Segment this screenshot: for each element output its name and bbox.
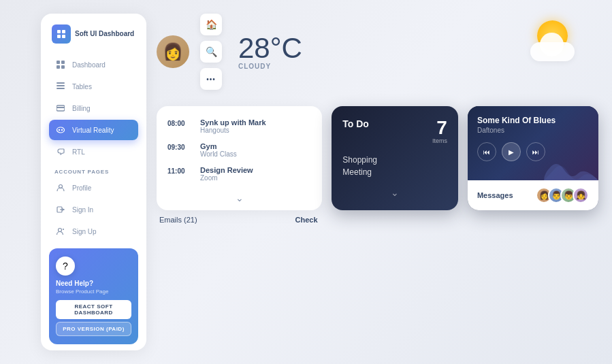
- schedule-item-3: 11:00 Design Review Zoom: [167, 166, 311, 182]
- react-soft-dashboard-button[interactable]: REACT SOFT DASHBOARD: [56, 300, 131, 319]
- signup-icon: [54, 225, 67, 237]
- sun-cloud-icon: [530, 20, 585, 61]
- todo-count-section: 7 Items: [432, 118, 447, 144]
- sidebar-label-dashboard: Dashboard: [72, 61, 106, 69]
- sidebar-item-vr[interactable]: Virtual Reality: [49, 120, 138, 140]
- svg-point-19: [59, 229, 62, 232]
- todo-item-shopping: Shopping: [342, 155, 447, 165]
- message-avatars: 👩 👨 👦 👧: [536, 187, 589, 203]
- bottom-row: Emails (21) Check: [157, 216, 598, 224]
- schedule-card: 08:00 Synk up with Mark Hangouts 09:30 G…: [157, 106, 322, 210]
- music-messages-section: Messages 👩 👨 👦 👧: [468, 180, 598, 210]
- schedule-time-3: 11:00: [167, 166, 192, 182]
- email-label: Emails (21): [159, 216, 197, 224]
- user-avatar: 👩: [157, 35, 189, 68]
- svg-point-15: [61, 129, 63, 131]
- schedule-location-1: Hangouts: [200, 127, 266, 134]
- sidebar-label-signup: Sign Up: [72, 228, 97, 235]
- todo-item-meeting: Meeting: [342, 167, 447, 177]
- sidebar-help-card: ? Need Help? Browse Product Page REACT S…: [49, 248, 138, 344]
- logo-text: Soft UI Dashboard: [75, 30, 134, 38]
- sidebar-label-rtl: RTL: [72, 148, 85, 156]
- messages-label: Messages: [477, 191, 513, 199]
- music-artist-name: Daftones: [477, 127, 589, 134]
- svg-rect-9: [57, 85, 65, 86]
- svg-rect-5: [61, 61, 65, 64]
- sidebar-item-billing[interactable]: Billing: [49, 98, 138, 118]
- schedule-time-1: 08:00: [167, 118, 192, 134]
- sidebar-item-profile[interactable]: Profile: [49, 178, 138, 198]
- more-button[interactable]: •••: [200, 68, 222, 90]
- music-prev-button[interactable]: ⏮: [477, 142, 496, 161]
- todo-count-label: Items: [432, 137, 447, 144]
- signin-icon: [54, 203, 67, 216]
- rtl-icon: [54, 146, 67, 158]
- svg-rect-1: [62, 30, 65, 33]
- sidebar-label-profile: Profile: [72, 184, 91, 192]
- pro-version-button[interactable]: PRO VERSION (PAID): [56, 322, 131, 336]
- svg-point-14: [59, 129, 60, 131]
- schedule-expand-icon[interactable]: ⌄: [167, 190, 311, 203]
- sidebar-item-signup[interactable]: Sign Up: [49, 221, 138, 242]
- sidebar: Soft UI Dashboard Dashboard Tables Billi…: [41, 14, 146, 350]
- sidebar-item-dashboard[interactable]: Dashboard: [49, 54, 138, 75]
- svg-rect-2: [57, 35, 61, 38]
- help-subtitle: Browse Product Page: [56, 288, 131, 295]
- sidebar-item-rtl[interactable]: RTL: [49, 142, 138, 162]
- music-track-title: Some Kind Of Blues: [477, 116, 589, 125]
- todo-title: To Do: [342, 118, 369, 129]
- sidebar-item-tables[interactable]: Tables: [49, 76, 138, 97]
- svg-rect-0: [57, 30, 61, 33]
- dashboard-icon: [54, 59, 67, 71]
- sidebar-label-vr: Virtual Reality: [72, 127, 114, 134]
- help-title: Need Help?: [56, 280, 131, 287]
- logo-icon: [52, 24, 71, 44]
- vr-icon: [54, 124, 67, 136]
- svg-rect-3: [62, 35, 65, 38]
- sidebar-label-billing: Billing: [72, 105, 91, 112]
- billing-icon: [54, 102, 67, 114]
- svg-rect-10: [57, 88, 65, 89]
- main-content: 👩 🏠 🔍 ••• 28°C CLOUDY 08:00 Synk up with…: [157, 14, 598, 350]
- music-play-button[interactable]: ▶: [502, 142, 521, 161]
- todo-expand-icon[interactable]: ⌄: [342, 182, 447, 198]
- music-player-top: Some Kind Of Blues Daftones ⏮ ▶ ⏭: [468, 106, 598, 180]
- search-button[interactable]: 🔍: [200, 41, 222, 63]
- svg-rect-6: [57, 65, 60, 69]
- svg-point-13: [57, 127, 65, 133]
- todo-items: Shopping Meeting: [342, 155, 447, 180]
- weather-temperature: 28°C: [238, 34, 302, 63]
- schedule-location-2: World Class: [200, 150, 237, 158]
- sidebar-label-tables: Tables: [72, 83, 92, 90]
- svg-rect-12: [57, 107, 65, 108]
- schedule-title-2: Gym: [200, 142, 237, 150]
- cards-row: 08:00 Synk up with Mark Hangouts 09:30 G…: [157, 106, 598, 210]
- profile-icon: [54, 182, 67, 194]
- schedule-title-1: Synk up with Mark: [200, 118, 266, 127]
- svg-rect-4: [57, 61, 60, 64]
- schedule-item-1: 08:00 Synk up with Mark Hangouts: [167, 118, 311, 134]
- schedule-time-2: 09:30: [167, 142, 192, 158]
- music-card: Some Kind Of Blues Daftones ⏮ ▶ ⏭ Messag…: [468, 106, 598, 210]
- email-check-link[interactable]: Check: [295, 216, 317, 224]
- email-bar: Emails (21) Check: [157, 216, 321, 224]
- music-waves-decoration: [544, 139, 598, 180]
- sidebar-item-signin[interactable]: Sign In: [49, 199, 138, 220]
- sidebar-nav: Dashboard Tables Billing Virtual Reality…: [49, 54, 138, 243]
- message-avatar-4: 👧: [573, 187, 589, 203]
- svg-rect-7: [61, 65, 65, 69]
- schedule-item-2: 09:30 Gym World Class: [167, 142, 311, 158]
- account-section-label: ACCOUNT PAGES: [49, 163, 138, 178]
- sidebar-logo: Soft UI Dashboard: [49, 24, 138, 44]
- music-next-button[interactable]: ⏭: [526, 142, 545, 161]
- svg-rect-8: [57, 82, 65, 84]
- schedule-title-3: Design Review: [200, 166, 253, 174]
- tables-icon: [54, 80, 67, 93]
- weather-icon: [530, 20, 585, 61]
- schedule-location-3: Zoom: [200, 174, 253, 182]
- todo-card: To Do 7 Items Shopping Meeting ⌄: [332, 106, 458, 210]
- help-icon: ?: [56, 257, 75, 276]
- weather-nav-buttons: 🏠 🔍 •••: [200, 14, 222, 90]
- home-button[interactable]: 🏠: [200, 14, 222, 35]
- sidebar-label-signin: Sign In: [72, 206, 93, 214]
